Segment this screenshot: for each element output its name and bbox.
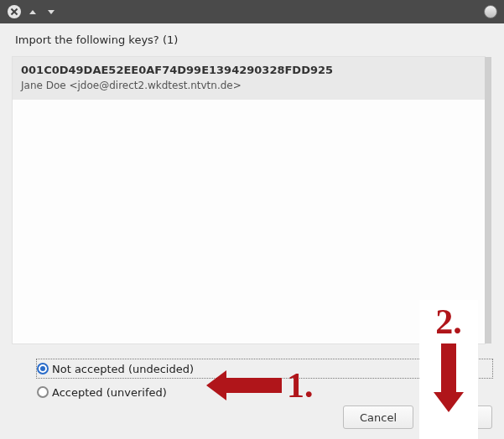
scrollbar[interactable]	[485, 57, 491, 343]
chevron-up-icon	[29, 10, 36, 14]
key-userid: Jane Doe <jdoe@direct2.wkdtest.ntvtn.de>	[21, 80, 476, 91]
radio-label: Accepted (unverifed)	[52, 386, 167, 399]
close-button[interactable]	[7, 4, 22, 19]
key-list: 001C0D49DAE52EE0AF74D99E1394290328FDD925…	[12, 56, 486, 344]
ok-button[interactable]: OK	[422, 405, 492, 429]
radio-label: Not accepted (undecided)	[52, 363, 194, 375]
key-fingerprint: 001C0D49DAE52EE0AF74D99E1394290328FDD925	[21, 64, 476, 76]
radio-icon	[37, 363, 49, 374]
cancel-button[interactable]: Cancel	[343, 405, 413, 429]
dialog-prompt: Import the following keys? (1)	[15, 34, 492, 46]
radio-accepted[interactable]: Accepted (unverifed)	[37, 383, 492, 401]
close-icon	[8, 5, 21, 18]
dialog-button-bar: Cancel OK	[343, 405, 492, 429]
minimize-button[interactable]	[25, 4, 40, 19]
titlebar	[0, 0, 504, 23]
maximize-button[interactable]	[44, 4, 59, 19]
key-card[interactable]: 001C0D49DAE52EE0AF74D99E1394290328FDD925…	[13, 57, 485, 100]
radio-icon	[37, 386, 49, 398]
chevron-down-icon	[48, 10, 55, 14]
acceptance-radio-group: Not accepted (undecided) Accepted (unver…	[37, 359, 492, 401]
radio-not-accepted[interactable]: Not accepted (undecided)	[37, 359, 492, 378]
user-avatar-icon[interactable]	[484, 5, 497, 18]
dialog-body: Import the following keys? (1) 001C0D49D…	[0, 23, 504, 439]
